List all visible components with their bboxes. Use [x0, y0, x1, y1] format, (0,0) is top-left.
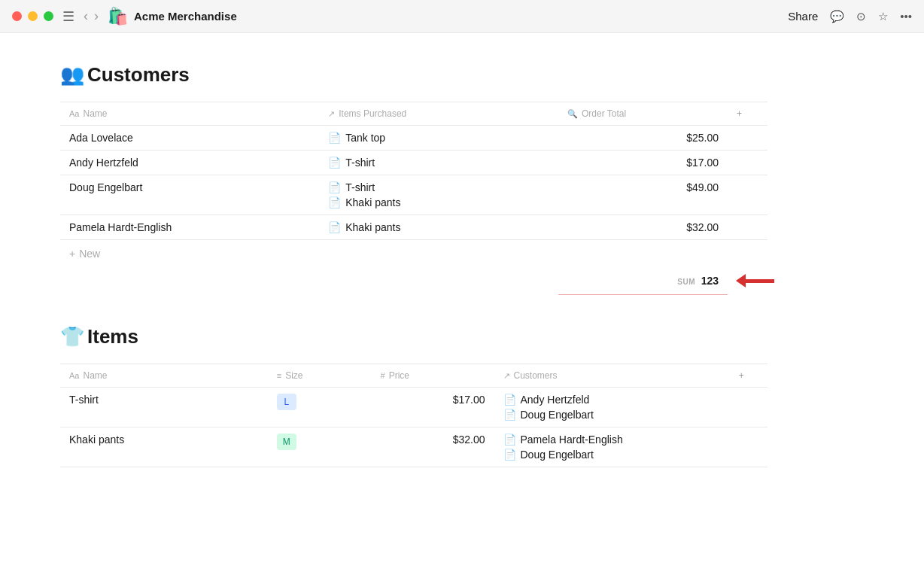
- item-price-tshirt: $17.00: [372, 388, 494, 427]
- item-row-tshirt: T-shirt L $17.00 📄 Andy Hertzfeld 📄 Doug…: [60, 388, 767, 427]
- customer-row-pamela: Pamela Hardt-English 📄 Khaki pants $32.0…: [60, 215, 767, 240]
- items-customers-icon: ↗: [503, 371, 510, 381]
- customers-heading: 👥 Customers: [60, 63, 767, 87]
- customer-name-ada: Ada Lovelace: [60, 126, 319, 151]
- titlebar: ☰ ‹ › 🛍️ Acme Merchandise Share 💬 ⊙ ☆ ••…: [0, 0, 924, 33]
- col-header-items: ↗ Items Purchased: [319, 102, 558, 126]
- customers-section: 👥 Customers Aa Name: [60, 63, 767, 295]
- add-col-ada: [728, 126, 767, 151]
- items-size-label: Size: [285, 370, 302, 381]
- history-icon[interactable]: ⊙: [856, 10, 866, 23]
- item-tshirt-andy: T-shirt: [345, 157, 375, 169]
- item-price-khaki: $32.00: [372, 427, 494, 467]
- titlebar-actions: Share 💬 ⊙ ☆ •••: [788, 10, 912, 23]
- size-badge-m: M: [277, 434, 296, 450]
- customer-total-ada: $25.00: [558, 126, 728, 151]
- doc-icon: 📄: [328, 157, 341, 169]
- nav-arrows: ‹ ›: [84, 8, 99, 24]
- items-name-label: Name: [83, 370, 107, 381]
- customer-row-ada: Ada Lovelace 📄 Tank top $25.00: [60, 126, 767, 151]
- add-col-andy: [728, 151, 767, 175]
- item-khaki-pamela: Khaki pants: [345, 221, 400, 233]
- customers-emoji: 👥: [60, 63, 84, 87]
- customer-pamela: Pamela Hardt-English: [521, 434, 623, 446]
- customer-items-pamela: 📄 Khaki pants: [319, 215, 558, 240]
- items-table: Aa Name ≡ Size # Price: [60, 364, 767, 467]
- maximize-button[interactable]: [44, 11, 53, 21]
- total-col-icon: 🔍: [567, 109, 578, 119]
- item-name-tshirt: T-shirt: [60, 388, 268, 427]
- items-col-size: ≡ Size: [268, 364, 372, 388]
- items-col-add[interactable]: +: [730, 364, 767, 388]
- close-button[interactable]: [12, 11, 22, 21]
- doc-icon: 📄: [503, 394, 516, 406]
- customer-name-doug: Doug Engelbart: [60, 175, 319, 215]
- customer-doug2: Doug Engelbart: [521, 449, 594, 461]
- add-col-pamela: [728, 215, 767, 240]
- sum-cell: SUM 123: [558, 267, 728, 295]
- forward-button[interactable]: ›: [94, 8, 99, 24]
- doc-icon: 📄: [503, 449, 516, 461]
- more-icon[interactable]: •••: [900, 10, 912, 23]
- customer-doug: Doug Engelbart: [521, 409, 594, 421]
- col-header-add[interactable]: +: [728, 102, 767, 126]
- doc-icon: 📄: [503, 434, 516, 446]
- customer-row-doug: Doug Engelbart 📄 T-shirt 📄 Khaki pants: [60, 175, 767, 215]
- sum-row: SUM 123: [60, 267, 767, 295]
- app-icon: 🛍️: [108, 7, 128, 26]
- col-header-name: Aa Name: [60, 102, 319, 126]
- customers-header-row: Aa Name ↗ Items Purchased: [60, 102, 767, 126]
- item-row-khaki: Khaki pants M $32.00 📄 Pamela Hardt-Engl…: [60, 427, 767, 467]
- items-name-icon: Aa: [69, 371, 79, 380]
- item-add-khaki: [730, 427, 767, 467]
- items-price-label: Price: [389, 370, 409, 381]
- sum-value: 123: [701, 275, 719, 287]
- star-icon[interactable]: ☆: [878, 10, 888, 23]
- new-label: New: [79, 248, 100, 260]
- customer-items-andy: 📄 T-shirt: [319, 151, 558, 175]
- items-customers-label: Customers: [514, 370, 558, 381]
- customer-total-pamela: $32.00: [558, 215, 728, 240]
- doc-icon: 📄: [328, 181, 341, 193]
- item-size-khaki: M: [268, 427, 372, 467]
- sum-empty-1: [60, 267, 319, 295]
- sum-label: SUM: [677, 278, 695, 286]
- comment-icon[interactable]: 💬: [830, 10, 844, 23]
- items-section: 👕 Items Aa Name: [60, 325, 767, 467]
- minimize-button[interactable]: [28, 11, 38, 21]
- customers-title: Customers: [87, 63, 190, 87]
- main-content: 👥 Customers Aa Name: [0, 33, 828, 497]
- add-col-doug: [728, 175, 767, 215]
- col-name-label: Name: [83, 108, 107, 119]
- col-header-total[interactable]: 🔍 Order Total: [558, 102, 728, 126]
- doc-icon: 📄: [503, 409, 516, 421]
- customer-name-pamela: Pamela Hardt-English: [60, 215, 319, 240]
- size-badge-l: L: [277, 394, 296, 410]
- item-khaki-doug: Khaki pants: [345, 196, 400, 208]
- items-col-price: # Price: [372, 364, 494, 388]
- doc-icon: 📄: [328, 132, 341, 144]
- items-col-icon: ↗: [328, 109, 335, 119]
- items-header-row: Aa Name ≡ Size # Price: [60, 364, 767, 388]
- item-add-tshirt: [730, 388, 767, 427]
- item-name-khaki: Khaki pants: [60, 427, 268, 467]
- share-button[interactable]: Share: [788, 10, 818, 23]
- items-size-icon: ≡: [277, 371, 281, 380]
- col-total-label: Order Total: [582, 108, 626, 119]
- customer-total-andy: $17.00: [558, 151, 728, 175]
- traffic-lights: [12, 11, 53, 21]
- name-col-icon: Aa: [69, 109, 79, 118]
- new-plus-cell: [728, 240, 767, 268]
- doc-icon: 📄: [328, 196, 341, 208]
- customer-andy: Andy Hertzfeld: [521, 394, 590, 406]
- items-title: Items: [87, 325, 138, 348]
- customer-items-doug: 📄 T-shirt 📄 Khaki pants: [319, 175, 558, 215]
- customer-row-andy: Andy Hertzfeld 📄 T-shirt $17.00: [60, 151, 767, 175]
- items-emoji: 👕: [60, 325, 84, 348]
- item-tanktop: Tank top: [345, 132, 385, 144]
- back-button[interactable]: ‹: [84, 8, 88, 24]
- new-customer-cell[interactable]: + New: [60, 240, 558, 268]
- col-items-label: Items Purchased: [339, 108, 406, 119]
- menu-icon[interactable]: ☰: [62, 8, 74, 25]
- items-col-name: Aa Name: [60, 364, 268, 388]
